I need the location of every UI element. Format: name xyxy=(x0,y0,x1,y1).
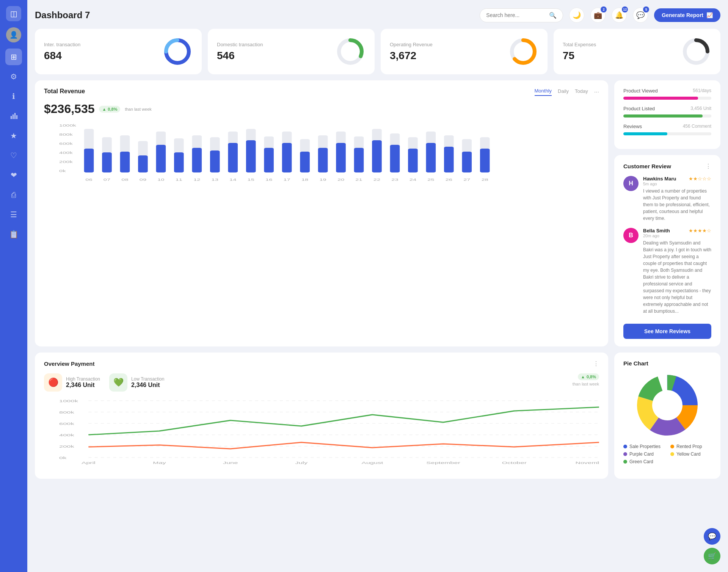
donut-inter xyxy=(162,36,193,67)
svg-rect-24 xyxy=(120,152,130,172)
revenue-title: Total Revenue xyxy=(44,88,85,95)
theme-toggle-button[interactable]: 🌙 xyxy=(569,8,584,23)
bottom-row: Overview Payment ⋮ 🔴 High Transaction 2,… xyxy=(35,353,720,479)
svg-rect-28 xyxy=(156,145,166,172)
metric-reviews-fill xyxy=(623,132,667,135)
tab-monthly[interactable]: Monthly xyxy=(535,88,552,96)
donut-expenses xyxy=(681,36,711,67)
app-logo: ◫ xyxy=(6,6,21,21)
sidebar-item-likes[interactable]: ♡ xyxy=(5,147,22,164)
sidebar-item-menu[interactable]: ☰ xyxy=(5,206,22,223)
sidebar-item-wishlist[interactable]: ❤ xyxy=(5,167,22,183)
revenue-badge: ▲ 0,8% xyxy=(99,106,120,113)
sidebar-item-info[interactable]: ℹ xyxy=(5,88,22,105)
legend-purple-card: Purple Card xyxy=(623,451,664,457)
reviewer-name-1: Bella Smith xyxy=(643,228,670,234)
svg-rect-46 xyxy=(318,148,328,172)
svg-text:400k: 400k xyxy=(59,151,73,155)
stat-value-inter: 684 xyxy=(44,50,80,62)
reviewer-stars-1: ★★★★☆ xyxy=(689,228,711,234)
more-options-icon[interactable]: ··· xyxy=(594,89,599,96)
metric-product-listed-fill xyxy=(623,114,703,118)
metric-product-listed-bar xyxy=(623,114,711,118)
legend-rented-prop: Rented Prop xyxy=(670,444,711,449)
svg-text:11: 11 xyxy=(176,178,182,182)
reviewer-name-0: Hawkins Maru xyxy=(643,176,676,182)
generate-report-button[interactable]: Generate Report 📈 xyxy=(654,8,720,22)
metric-product-viewed-label: Product Viewed xyxy=(623,88,658,94)
metric-product-viewed-bar xyxy=(623,97,711,100)
svg-text:12: 12 xyxy=(193,178,200,182)
svg-text:23: 23 xyxy=(391,178,398,182)
float-cart-button[interactable]: 🛒 xyxy=(704,548,720,564)
legend-label-green: Green Card xyxy=(629,459,653,464)
metric-product-listed: Product Listed 3,456 Unit xyxy=(623,106,711,118)
revenue-tabs: Monthly Daily Today ··· xyxy=(535,88,599,96)
sidebar-item-dashboard[interactable]: ⊞ xyxy=(5,49,22,65)
svg-text:600k: 600k xyxy=(59,422,75,426)
low-transaction-label: Low Transaction xyxy=(131,376,164,382)
donut-domestic xyxy=(335,36,366,67)
stat-label-domestic: Domestic transaction xyxy=(217,42,263,47)
svg-text:June: June xyxy=(223,461,238,465)
reviewer-avatar-0: H xyxy=(623,176,639,191)
bar-chart: 1000k 800k 600k 400k 200k 0k xyxy=(44,122,599,192)
metric-product-viewed-fill xyxy=(623,97,698,100)
svg-text:September: September xyxy=(426,461,460,465)
wallet-button[interactable]: 💼 2 xyxy=(590,8,606,23)
tab-daily[interactable]: Daily xyxy=(558,88,569,96)
svg-rect-38 xyxy=(246,140,256,172)
user-avatar[interactable]: 👤 xyxy=(6,27,21,42)
notifications-button[interactable]: 🔔 12 xyxy=(612,8,627,23)
pie-chart-title: Pie Chart xyxy=(623,360,711,367)
high-transaction-label: High Transaction xyxy=(66,376,100,382)
svg-text:09: 09 xyxy=(140,178,146,182)
stat-value-domestic: 546 xyxy=(217,50,263,62)
stat-label-expenses: Total Expenses xyxy=(563,42,596,47)
stat-card-domestic-transaction: Domestic transaction 546 xyxy=(208,29,375,74)
stat-value-revenue: 3,672 xyxy=(390,50,433,62)
sidebar-item-settings[interactable]: ⚙ xyxy=(5,68,22,85)
search-input[interactable] xyxy=(486,12,546,18)
payment-more-icon[interactable]: ⋮ xyxy=(593,360,599,367)
sidebar-item-print[interactable]: ⎙ xyxy=(5,186,22,203)
revenue-header: Total Revenue Monthly Daily Today ··· xyxy=(44,88,599,96)
legend-label-purple: Purple Card xyxy=(629,451,654,457)
review-text-0: I viewed a number of properties with Jus… xyxy=(643,188,711,222)
svg-point-113 xyxy=(654,392,681,419)
stat-card-operating-revenue: Operating Revenue 3,672 xyxy=(381,29,548,74)
legend-dot-yellow xyxy=(670,452,674,456)
sidebar-item-reports[interactable]: 📋 xyxy=(5,226,22,243)
donut-revenue xyxy=(508,36,538,67)
see-more-reviews-button[interactable]: See More Reviews xyxy=(623,324,711,339)
payment-title: Overview Payment xyxy=(44,360,94,367)
stat-card-total-expenses: Total Expenses 75 xyxy=(554,29,720,74)
svg-text:21: 21 xyxy=(355,178,362,182)
svg-text:28: 28 xyxy=(482,178,488,182)
svg-text:1000k: 1000k xyxy=(59,124,76,127)
right-panel: Product Viewed 561/days Product Listed 3… xyxy=(614,80,720,346)
messages-button[interactable]: 💬 5 xyxy=(633,8,648,23)
revenue-card: Total Revenue Monthly Daily Today ··· $2… xyxy=(35,80,608,346)
stat-label-revenue: Operating Revenue xyxy=(390,42,433,47)
sidebar-item-favorites[interactable]: ★ xyxy=(5,127,22,144)
payment-stats: 🔴 High Transaction 2,346 Unit 💚 Low Tran… xyxy=(44,373,599,392)
metric-product-listed-label: Product Listed xyxy=(623,106,655,111)
svg-rect-60 xyxy=(444,147,454,172)
search-box[interactable]: 🔍 xyxy=(480,8,563,22)
svg-text:20: 20 xyxy=(337,178,344,182)
tab-today[interactable]: Today xyxy=(575,88,588,96)
revenue-sub: than last week xyxy=(125,107,151,111)
review-content-0: Hawkins Maru ★★☆☆☆ 5m ago I viewed a num… xyxy=(643,176,711,222)
svg-text:07: 07 xyxy=(104,178,110,182)
payment-card: Overview Payment ⋮ 🔴 High Transaction 2,… xyxy=(35,353,608,479)
metric-product-viewed-header: Product Viewed 561/days xyxy=(623,88,711,94)
svg-text:1000k: 1000k xyxy=(59,399,78,403)
stats-row: Inter. transaction 684 Domestic transact… xyxy=(35,29,720,74)
sidebar-item-analytics[interactable] xyxy=(5,108,22,124)
reviewer-avatar-1: B xyxy=(623,228,639,243)
svg-text:800k: 800k xyxy=(59,411,75,414)
reviews-more-icon[interactable]: ⋮ xyxy=(705,163,711,170)
float-chat-button[interactable]: 💬 xyxy=(704,528,720,545)
reviews-header: Customer Review ⋮ xyxy=(623,163,711,170)
